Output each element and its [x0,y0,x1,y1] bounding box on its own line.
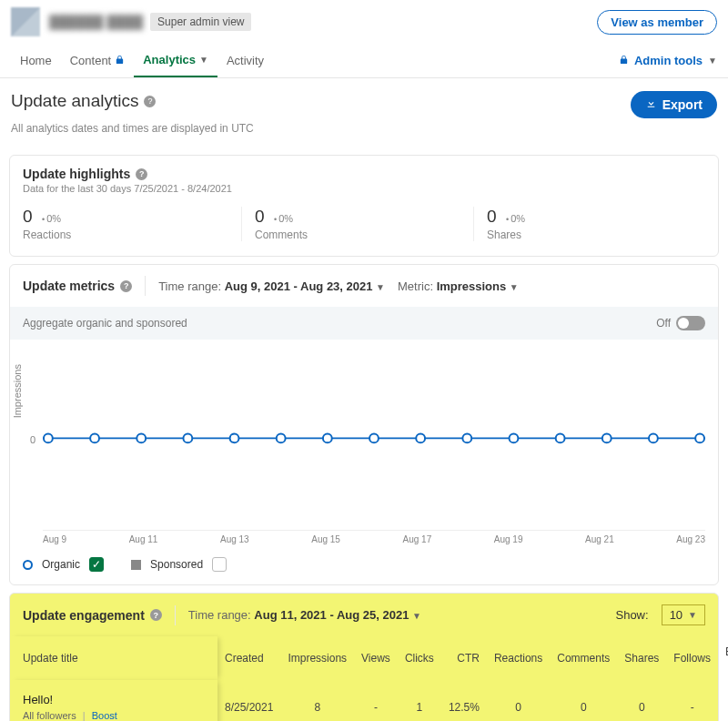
engagement-card: Update engagement ? Time range: Aug 11, … [9,593,719,721]
legend-sponsored-marker [131,560,141,570]
highlight-label: Reactions [23,228,241,241]
table-header-row: Update title Created Impressions Views C… [10,636,728,680]
x-tick: Aug 17 [403,534,432,544]
col-ctr[interactable]: CTR [441,636,487,680]
show-value: 10 [670,608,682,622]
cell-reactions: 0 [487,680,550,721]
x-tick: Aug 11 [129,534,158,544]
impressions-chart: Impressions 0 [43,349,705,531]
svg-point-9 [416,433,425,442]
page-header: ██████ ████ Super admin view View as mem… [0,0,728,44]
col-er[interactable]: Engagement rate [718,636,728,680]
download-icon [645,97,657,112]
lock-icon [619,54,629,67]
aggregate-label: Aggregate organic and sponsored [23,317,187,330]
legend-sponsored-label: Sponsored [150,558,203,571]
export-button[interactable]: Export [631,91,717,118]
col-created[interactable]: Created [217,636,280,680]
update-title: Hello! [23,693,210,706]
highlight-label: Shares [487,228,705,241]
chevron-down-icon: ▼ [688,610,697,620]
col-title[interactable]: Update title [10,636,217,680]
x-tick: Aug 21 [585,534,614,544]
divider [175,605,176,625]
highlights-title: Update highlights ? [23,167,705,181]
y-axis-label: Impressions [12,364,23,418]
chart-svg [43,349,705,528]
update-subline: All followers | Boost [23,710,210,721]
tab-activity[interactable]: Activity [217,45,273,76]
cell-created: 8/25/2021 [217,680,280,721]
help-icon[interactable]: ? [120,280,132,292]
svg-point-8 [369,433,379,442]
svg-point-10 [462,433,471,442]
range-label: Time range: [158,279,221,293]
x-axis: Aug 9 Aug 11 Aug 13 Aug 15 Aug 17 Aug 19… [43,534,705,544]
svg-point-11 [510,433,519,442]
metric-filter[interactable]: Metric: Impressions ▼ [398,279,519,293]
col-shares[interactable]: Shares [617,636,666,680]
engagement-title-text: Update engagement [23,608,145,623]
tab-activity-label: Activity [227,54,264,67]
page-title: Update analytics ? [11,91,156,111]
lock-icon [115,54,125,67]
cell-er: 12.5% [718,680,728,721]
col-comments[interactable]: Comments [550,636,617,680]
organic-checkbox[interactable]: ✓ [89,557,104,572]
sponsored-checkbox[interactable] [212,557,227,572]
export-label: Export [662,97,703,112]
view-as-member-button[interactable]: View as member [597,10,717,35]
highlight-shares: 0 0% Shares [473,207,705,241]
metric-value: Impressions [437,279,507,293]
highlights-subtitle: Data for the last 30 days 7/25/2021 - 8/… [23,183,705,194]
tab-home[interactable]: Home [11,45,61,76]
admin-tools-dropdown[interactable]: Admin tools ▼ [619,54,717,67]
tab-analytics[interactable]: Analytics ▼ [134,44,217,77]
svg-point-6 [277,433,286,442]
help-icon[interactable]: ? [136,168,147,180]
highlights-title-text: Update highlights [23,167,130,181]
boost-link[interactable]: Boost [92,710,117,721]
x-tick: Aug 23 [676,534,705,544]
x-tick: Aug 19 [494,534,523,544]
aggregate-toggle[interactable] [676,316,705,330]
page-subtitle: All analytics dates and times are displa… [0,122,728,147]
col-views[interactable]: Views [354,636,398,680]
cell-follows: - [666,680,718,721]
highlight-value: 0 [23,207,33,226]
help-icon[interactable]: ? [150,609,162,621]
aggregate-row: Aggregate organic and sponsored Off [10,307,718,340]
engagement-title: Update engagement ? [23,608,162,623]
col-reactions[interactable]: Reactions [487,636,550,680]
svg-point-4 [183,433,192,442]
divider [145,276,146,296]
col-clicks[interactable]: Clicks [398,636,441,680]
tab-content-label: Content [70,54,112,67]
svg-point-1 [44,433,53,442]
brand-name: ██████ ████ [49,15,143,29]
svg-point-12 [556,433,565,442]
svg-point-2 [90,433,99,442]
col-impressions[interactable]: Impressions [280,636,354,680]
table-row[interactable]: Hello! All followers | Boost 8/25/2021 8… [10,680,728,721]
help-icon[interactable]: ? [144,96,156,107]
y-tick: 0 [30,434,35,445]
engagement-table-wrap: Update title Created Impressions Views C… [10,636,718,721]
range-value: Aug 11, 2021 - Aug 25, 2021 [254,608,409,622]
highlights-row: 0 0% Reactions 0 0% Comments 0 0% Shares [10,198,718,256]
show-label: Show: [615,608,648,622]
tab-content[interactable]: Content [61,45,135,76]
engagement-bar: Update engagement ? Time range: Aug 11, … [10,594,718,636]
col-follows[interactable]: Follows [666,636,718,680]
time-range-filter[interactable]: Time range: Aug 9, 2021 - Aug 23, 2021 ▼ [158,279,385,293]
highlight-value: 0 [487,207,497,226]
admin-tools-label: Admin tools [634,54,703,67]
highlight-reactions: 0 0% Reactions [23,207,241,241]
chart-legend: Organic ✓ Sponsored [10,544,718,584]
engagement-range-filter[interactable]: Time range: Aug 11, 2021 - Aug 25, 2021 … [188,608,421,622]
svg-point-15 [695,433,704,442]
tab-home-label: Home [20,54,52,67]
role-badge: Super admin view [150,13,251,31]
show-select[interactable]: 10 ▼ [662,604,705,625]
cell-clicks: 1 [398,680,441,721]
